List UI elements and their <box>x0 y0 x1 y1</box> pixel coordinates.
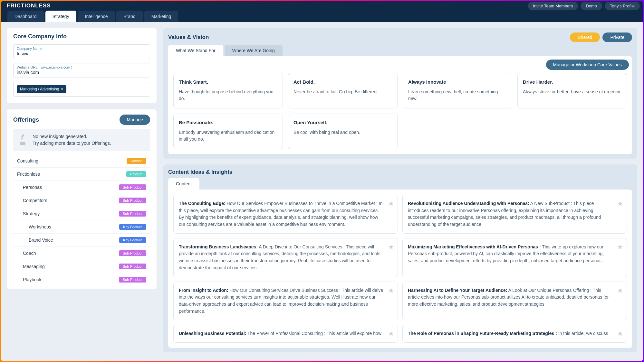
nav-tab-strategy[interactable]: Strategy <box>45 11 76 22</box>
tab-what-we-stand-for[interactable]: What We Stand For <box>168 45 223 56</box>
content-card-title: Transforming Business Landscapes: <box>179 244 258 249</box>
star-icon[interactable]: ★ <box>388 285 394 296</box>
offering-item[interactable]: WorkshopsKey Feature <box>13 220 150 234</box>
value-card-body: Learn something new; hell, create someth… <box>408 88 507 102</box>
manage-workshop-button[interactable]: Manage or Workshop Core Values <box>546 60 629 70</box>
value-card: Be Passionate.Embody unwavering enthusia… <box>173 114 283 149</box>
insight-line-2: Try adding more data to your Offerings. <box>33 140 146 147</box>
star-icon[interactable]: ★ <box>617 328 623 339</box>
value-card-title: Act Bold. <box>293 79 392 85</box>
offerings-insight-box: No new insights generated. Try adding mo… <box>13 129 150 151</box>
star-icon[interactable]: ★ <box>388 242 394 253</box>
offering-label: Workshops <box>29 224 51 229</box>
nav-tab-dashboard[interactable]: Dashboard <box>7 11 44 22</box>
demo-button[interactable]: Demo <box>581 2 602 10</box>
star-icon[interactable]: ★ <box>388 198 394 209</box>
content-card: ★Maximizing Marketing Effectiveness with… <box>402 238 627 277</box>
offerings-panel: Offerings Manage No new insights generat… <box>7 109 157 289</box>
star-icon[interactable]: ★ <box>617 242 623 253</box>
content-card-text: The Power of Professional Consulting : T… <box>246 331 381 336</box>
invite-team-button[interactable]: Invite Team Members <box>528 2 578 10</box>
tag-label: Marketing / Advertising <box>20 87 59 91</box>
nav-tab-brand[interactable]: Brand <box>116 11 142 22</box>
content-card-title: The Role of Personas in Shaping Future-R… <box>408 331 557 336</box>
content-card: ★Revolutionizing Audience Understanding … <box>402 195 627 234</box>
offering-badge: Sub-Product <box>119 184 146 190</box>
content-card: ★The Consulting Edge: How Our Services E… <box>173 195 398 234</box>
offerings-manage-button[interactable]: Manage <box>120 115 150 125</box>
value-card-body: Embody unwavering enthusiasm and dedicat… <box>179 129 277 143</box>
private-toggle[interactable]: Private <box>602 32 632 42</box>
industry-tag: Marketing / Advertising × <box>17 85 66 93</box>
offering-badge: Sub-Product <box>119 250 146 256</box>
offerings-title: Offerings <box>13 116 39 123</box>
value-card-title: Think Smart. <box>179 79 277 85</box>
shared-toggle[interactable]: Shared <box>570 32 600 42</box>
offering-label: Frictionless <box>17 172 40 177</box>
profile-button[interactable]: Tony's Profile <box>605 2 640 10</box>
value-card-body: Never be afraid to fail. Go big. Be diff… <box>293 88 392 95</box>
offering-item[interactable]: FrictionlessProduct <box>13 168 150 181</box>
value-card-title: Open Yourself. <box>293 120 392 125</box>
value-card-title: Always Innovate <box>408 79 507 85</box>
offering-item[interactable]: PersonasSub-Product <box>13 181 150 194</box>
value-card: Act Bold.Never be afraid to fail. Go big… <box>288 73 398 108</box>
value-card-title: Be Passionate. <box>179 120 277 125</box>
offering-badge: Service <box>127 158 146 164</box>
nav-tab-marketing[interactable]: Marketing <box>144 11 178 22</box>
value-card: Drive Harder.Always strive for better; h… <box>517 73 627 108</box>
offering-label: Coach <box>23 251 36 256</box>
website-url-field[interactable]: Website URL ( www.example.com ) insivia.… <box>13 63 150 78</box>
offering-item[interactable]: ConsultingService <box>13 154 150 168</box>
logo: FRICTIONLESS <box>4 3 51 9</box>
content-ideas-panel: Content Ideas & Insights Content ★The Co… <box>163 164 637 352</box>
value-card-body: Always strive for better; have a sense o… <box>523 88 621 95</box>
content-card-title: Revolutionizing Audience Understanding w… <box>408 201 529 206</box>
content-title: Content Ideas & Insights <box>168 169 232 175</box>
star-icon[interactable]: ★ <box>617 198 623 209</box>
values-title: Values & Vision <box>168 34 209 41</box>
tag-remove-icon[interactable]: × <box>61 87 63 91</box>
offering-label: Messaging <box>23 264 45 269</box>
offering-label: Brand Voice <box>29 237 53 243</box>
values-vision-panel: Values & Vision Shared Private What We S… <box>163 28 637 159</box>
value-card-body: Be cool with being real and open. <box>293 129 392 136</box>
content-card-title: From Insight to Action: <box>179 288 228 293</box>
tab-where-we-are-going[interactable]: Where We Are Going <box>225 45 283 56</box>
company-info-title: Core Company Info <box>13 33 150 40</box>
mascot-icon <box>18 133 28 146</box>
insight-line-1: No new insights generated. <box>33 133 146 140</box>
offering-badge: Sub-Product <box>119 198 146 203</box>
content-card: ★The Role of Personas in Shaping Future-… <box>402 325 627 343</box>
offering-item[interactable]: PlaybookSub-Product <box>13 273 150 286</box>
offering-label: Playbook <box>23 277 42 282</box>
content-card: ★Unleashing Business Potential: The Powe… <box>173 325 398 343</box>
content-card-title: Unleashing Business Potential: <box>179 331 246 336</box>
value-card: Always InnovateLearn something new; hell… <box>403 73 512 108</box>
star-icon[interactable]: ★ <box>388 328 394 339</box>
offering-badge: Sub-Product <box>119 277 146 283</box>
offering-item[interactable]: Brand VoiceKey Feature <box>13 234 150 247</box>
value-card-title: Drive Harder. <box>523 79 621 85</box>
content-card: ★Harnessing AI to Define Your Target Aud… <box>402 282 627 320</box>
content-card-text: In this article, we discuss <box>557 331 608 336</box>
industry-tags[interactable]: Marketing / Advertising × <box>13 82 150 97</box>
content-card-title: Harnessing AI to Define Your Target Audi… <box>408 288 507 293</box>
offering-badge: Key Feature <box>119 237 146 243</box>
website-url-label: Website URL ( www.example.com ) <box>17 65 147 69</box>
tab-content[interactable]: Content <box>168 178 199 190</box>
offering-item[interactable]: StrategySub-Product <box>13 207 150 220</box>
company-name-value: Insivia <box>17 51 147 56</box>
offering-label: Competitors <box>23 198 47 203</box>
offering-label: Personas <box>23 185 42 190</box>
content-card-title: Maximizing Marketing Effectiveness with … <box>408 244 541 249</box>
offering-item[interactable]: CoachSub-Product <box>13 247 150 260</box>
offering-badge: Sub-Product <box>119 211 146 217</box>
nav-tab-intelligence[interactable]: Intelligence <box>78 11 115 22</box>
content-card: ★From Insight to Action: How Our Consult… <box>173 282 398 320</box>
main-nav: DashboardStrategyIntelligenceBrandMarket… <box>1 11 643 22</box>
offering-item[interactable]: CompetitorsSub-Product <box>13 194 150 207</box>
star-icon[interactable]: ★ <box>617 285 623 296</box>
offering-item[interactable]: MessagingSub-Product <box>13 260 150 273</box>
company-name-field[interactable]: Company Name Insivia <box>13 44 150 59</box>
